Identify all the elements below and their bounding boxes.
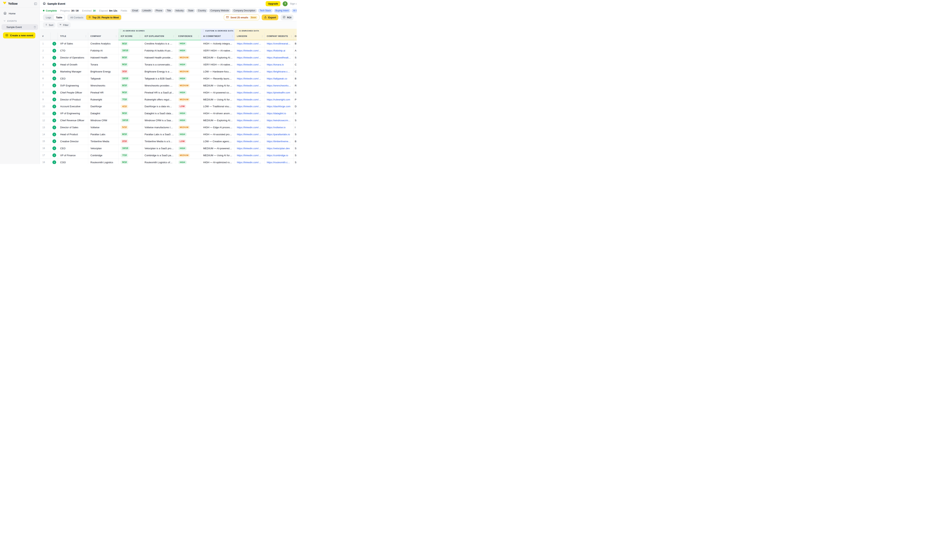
- linkedin-link[interactable]: https://linkedin.com/…: [237, 140, 261, 143]
- column-header-title: TITLE: [58, 32, 88, 40]
- linkedin-link[interactable]: https://linkedin.com/…: [237, 154, 261, 157]
- cell-confidence: HIGH: [176, 40, 201, 47]
- info-icon[interactable]: i: [52, 56, 56, 60]
- linkedin-link[interactable]: https://linkedin.com/…: [237, 161, 261, 164]
- website-link[interactable]: https://voltwise.io: [267, 126, 285, 129]
- cell-icp-score: 3/10: [119, 68, 142, 75]
- linkedin-link[interactable]: https://linkedin.com/…: [237, 133, 261, 136]
- cell-company-description: C: [294, 68, 297, 75]
- website-link[interactable]: https://timberlineme…: [267, 140, 291, 143]
- column-menu-icon[interactable]: [198, 34, 199, 38]
- website-link[interactable]: https://tonara.io: [267, 63, 284, 66]
- cell-linkedin: https://linkedin.com/…: [234, 75, 265, 82]
- info-icon[interactable]: i: [52, 84, 56, 88]
- linkedin-link[interactable]: https://linkedin.com/…: [237, 105, 261, 108]
- upgrade-button[interactable]: Upgrade: [266, 1, 280, 6]
- sidebar-collapse-icon[interactable]: [34, 2, 37, 6]
- status-fields: Fields: [121, 9, 127, 12]
- info-icon[interactable]: i: [52, 70, 56, 74]
- linkedin-link[interactable]: https://linkedin.com/…: [237, 112, 261, 115]
- column-menu-icon[interactable]: [232, 34, 233, 38]
- export-button[interactable]: Export: [262, 15, 278, 20]
- column-menu-icon[interactable]: [262, 34, 263, 38]
- linkedin-link[interactable]: https://linkedin.com/…: [237, 49, 261, 52]
- website-link[interactable]: https://brightvane.c…: [267, 70, 290, 73]
- info-icon[interactable]: i: [52, 49, 56, 52]
- website-link[interactable]: https://windrosecrm…: [267, 119, 291, 122]
- linkedin-link[interactable]: https://linkedin.com/…: [237, 126, 261, 129]
- cell-icp-explanation: Tallypeak is a B2B SaaS…: [142, 75, 176, 82]
- column-menu-icon[interactable]: [291, 34, 292, 38]
- info-icon[interactable]: i: [52, 146, 56, 150]
- linkedin-link[interactable]: https://linkedin.com/…: [237, 42, 261, 45]
- website-link[interactable]: https://wrenchworks…: [267, 84, 291, 87]
- info-icon[interactable]: i: [52, 160, 56, 164]
- filter-button[interactable]: Filter: [57, 22, 70, 28]
- column-menu-icon[interactable]: [173, 34, 174, 38]
- linkedin-link[interactable]: https://linkedin.com/…: [237, 119, 261, 122]
- linkedin-link[interactable]: https://linkedin.com/…: [237, 56, 261, 59]
- linkedin-link[interactable]: https://linkedin.com/…: [237, 70, 261, 73]
- tab-top-25-people-to-meet[interactable]: Top 25: People to Meet: [86, 15, 121, 20]
- column-menu-icon[interactable]: [85, 34, 87, 38]
- confidence-pill: HIGH: [178, 77, 187, 81]
- signout-button[interactable]: Sign out: [290, 2, 297, 5]
- linkedin-link[interactable]: https://linkedin.com/…: [237, 147, 261, 150]
- website-link[interactable]: https://dashforge.com: [267, 105, 290, 108]
- cell-ai-commitment: MEDIUM — Using AI for…: [201, 152, 234, 158]
- create-event-button[interactable]: Create a new event: [3, 32, 35, 38]
- info-icon[interactable]: i: [52, 118, 56, 122]
- trash-icon[interactable]: [34, 26, 36, 28]
- website-link[interactable]: https://coinbridge.io: [267, 154, 288, 157]
- avatar[interactable]: T: [283, 2, 288, 6]
- table-body: 1iVP of SalesCrestline Analytics9/10Cres…: [40, 40, 297, 164]
- website-link[interactable]: https://halowellhealt…: [267, 56, 291, 59]
- column-menu-icon[interactable]: [139, 34, 141, 38]
- field-chip-title: Title: [165, 9, 173, 13]
- website-link[interactable]: https://velociplan.dev: [267, 147, 290, 150]
- website-link[interactable]: https://parallaxlabs.io: [267, 133, 290, 136]
- linkedin-link[interactable]: https://linkedin.com/…: [237, 98, 261, 101]
- linkedin-link[interactable]: https://linkedin.com/…: [237, 77, 261, 80]
- linkedin-link[interactable]: https://linkedin.com/…: [237, 91, 261, 94]
- website-link[interactable]: https://rulewright.com: [267, 98, 290, 101]
- send-emails-button[interactable]: Send 25 emails Soon: [224, 15, 259, 20]
- info-icon[interactable]: i: [52, 91, 56, 94]
- sidebar-section-events[interactable]: EVENTS: [2, 18, 38, 24]
- info-icon[interactable]: i: [52, 126, 56, 129]
- cell-linkedin: https://linkedin.com/…: [234, 103, 265, 110]
- info-icon[interactable]: i: [52, 42, 56, 46]
- tab-table[interactable]: Table: [54, 15, 65, 20]
- website-link[interactable]: https://pineleafhr.com: [267, 91, 290, 94]
- website-link[interactable]: https://crestlineanal…: [267, 42, 290, 45]
- cell-icp-explanation: Wrenchworks provides …: [142, 82, 176, 89]
- tab-all-contacts[interactable]: All Contacts: [68, 15, 86, 20]
- website-link[interactable]: https://dataglint.io: [267, 112, 286, 115]
- cell-confidence: MEDIUM: [176, 124, 201, 131]
- info-icon[interactable]: i: [52, 153, 56, 157]
- info-icon[interactable]: i: [52, 98, 56, 102]
- app: Yellow Home EVENTS Sample Event: [0, 0, 297, 164]
- linkedin-link[interactable]: https://linkedin.com/…: [237, 84, 261, 87]
- column-menu-icon[interactable]: [116, 34, 117, 38]
- sidebar-item-sample-event[interactable]: Sample Event: [2, 24, 38, 30]
- info-icon[interactable]: i: [52, 77, 56, 80]
- website-link[interactable]: https://tallypeak.co: [267, 77, 287, 80]
- sidebar-item-home[interactable]: Home: [2, 10, 38, 17]
- website-link[interactable]: https://routesmith.c…: [267, 161, 290, 164]
- info-icon[interactable]: i: [52, 112, 56, 115]
- linkedin-link[interactable]: https://linkedin.com/…: [237, 63, 261, 66]
- cell-ai-commitment: HIGH — Edge AI proces…: [201, 124, 234, 131]
- info-icon[interactable]: i: [52, 132, 56, 136]
- info-icon[interactable]: i: [52, 63, 56, 66]
- website-link[interactable]: https://foldship.ai: [267, 49, 285, 52]
- roi-button[interactable]: ROI: [280, 15, 293, 20]
- sort-button[interactable]: Sort: [43, 22, 55, 28]
- cell-company-description: S: [294, 54, 297, 61]
- tab-logs[interactable]: Logs: [43, 15, 53, 20]
- cell-title: VP of Sales: [58, 40, 88, 47]
- info-icon[interactable]: i: [52, 105, 56, 108]
- info-icon[interactable]: i: [52, 139, 56, 143]
- cell-status: i: [51, 54, 58, 61]
- cell-status: i: [51, 159, 58, 164]
